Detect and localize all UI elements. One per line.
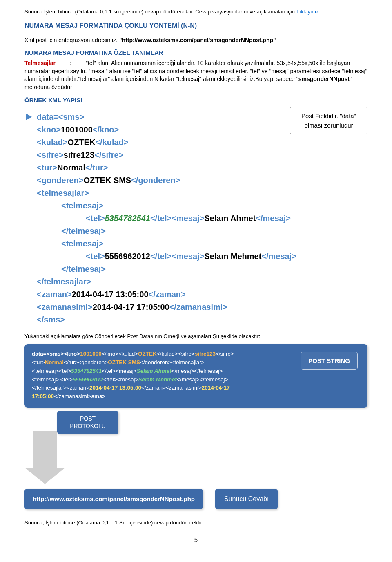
def-bold: smsgonderNNpost [298,76,350,82]
xml: <kulad> [37,138,68,147]
xml: </kno> [93,125,119,134]
p: 5556962012 [73,376,103,383]
p: OZTEK SMS [108,359,140,365]
note-line: Yukarıdaki açıklamalara göre Gönderilece… [24,333,368,340]
p: sms> [91,393,106,399]
xml: </tel> [150,252,172,261]
xml-example: Post Fieldidir. "data" olması zorunludur… [37,111,368,326]
p: </kno><kulad> [102,351,138,357]
xml: <tel> [86,214,105,223]
p: </telmesajlar><zaman> [32,385,89,391]
xml: </telmesaj> [61,264,106,273]
p: </zamanasimi> [54,393,91,399]
arrow-icon [26,114,32,120]
xml: </gonderen> [131,176,180,185]
xml: <zamanasimi> [37,302,93,311]
xml: <tur> [37,163,57,172]
xml: <telmesajlar> [37,188,89,197]
xml: Normal [57,163,85,172]
xml: </zamanasimi> [169,302,227,311]
xml: <telmesaj> [61,201,103,210]
xml: 5556962012 [105,252,150,261]
post-string-box: POST STRING data=<sms><kno>1001000</kno>… [24,344,368,408]
post-proto-l1: POST [57,415,118,422]
p: 2014-04-17 13:05:00 [89,385,141,391]
p: </mesaj></telmesaj> [172,368,223,374]
xml: </telmesaj> [61,226,106,235]
p: OZTEK [138,351,157,357]
heading-defs: NUMARA MESAJ FORMATINA ÖZEL TANIMLAR [24,48,368,57]
xml: OZTEK SMS [83,176,131,185]
p: Selam Ahmet [137,368,172,374]
xml: </tur> [85,163,108,172]
server-reply-box: Sunucu Cevabı [215,489,278,509]
definition-block: Telmesajlar : "tel" alanı Alıcı numarası… [24,59,368,91]
xml: 5354782541 [105,214,150,223]
xml: <kno> [37,125,61,134]
p: 1001000 [80,351,102,357]
xml: <tel> [86,252,105,261]
p: </gonderen><telmesajlar> [140,359,205,365]
def-sep: : [70,60,71,66]
p: 17:05:00 [32,393,54,399]
p: </tur><gonderen> [64,359,108,365]
xml: Selam Mehmet [204,252,261,261]
xml: </mesaj> [261,252,296,261]
post-string-label: POST STRING [301,352,358,370]
p: </tel><mesaj> [102,368,137,374]
xml: OZTEK [68,138,96,147]
callout-l2: olması zorunludur [295,121,362,130]
p: 2014-04-17 [202,385,230,391]
page-number: ~ 5 ~ [24,535,368,544]
xml: </telmesajlar> [37,277,91,286]
p: </tel><mesaj> [103,376,138,383]
integration-text: Xml post için entegrasyon adresimiz. [24,37,119,43]
xml: 2014-04-17 13:05:00 [72,290,149,299]
p: </zaman><zamanasimi> [141,385,202,391]
post-proto-l2: PROTOKOLÜ [57,422,118,430]
xml: <sifre> [37,150,64,159]
p: <telmesaj> <tel> [32,376,73,383]
xml: </tel> [150,214,172,223]
p: Normal [45,359,64,365]
xml: sifre123 [64,150,95,159]
down-arrow-icon [33,431,368,484]
integration-line: Xml post için entegrasyon adresimiz. "ht… [24,36,368,45]
xml: <telmesaj> [61,239,103,248]
callout-l1: Post Fieldidir. "data" [295,111,362,121]
xml: </sms> [37,315,65,324]
xml: </zaman> [149,290,186,299]
p: </mesaj></telmesaj> [177,376,228,383]
p: data=<sms><kno> [32,351,80,357]
p: </kulad><sifre> [157,351,195,357]
xml: <mesaj> [172,214,204,223]
xml: 2014-04-17 17:05:00 [93,302,169,311]
xml: </sifre> [94,150,123,159]
xml: 1001000 [61,125,93,134]
integration-url: "http://www.ozteksms.com/panel/smsgonder… [119,37,276,43]
intro-text: Sunucu İşlem bitince (Ortalama 0,1 1 sn … [24,9,296,15]
p: sifre123 [195,351,216,357]
xml: </mesaj> [256,214,291,223]
def-label: Telmesajlar [24,60,56,66]
example-heading: ÖRNEK XML YAPISI [24,96,368,104]
xml: <gonderen> [37,176,83,185]
intro-link[interactable]: Tıklayınız [296,9,319,15]
xml: <zaman> [37,290,72,299]
callout-box: Post Fieldidir. "data" olması zorunludur [290,107,368,135]
p: <telmesaj><tel> [32,368,71,374]
p: </sifre> [216,351,234,357]
footer-line: Sunucu; İşlem bitince (Ortalama 0,1 – 1 … [24,519,368,526]
xml: data=<sms> [37,112,84,121]
p: 5354782541 [71,368,102,374]
xml: </kulad> [95,138,128,147]
xml: <mesaj> [172,252,204,261]
endpoint-url-box: http://www.ozteksms.com/panel/smsgonderN… [24,489,203,509]
heading-format: NUMARA MESAJ FORMATINDA ÇOKLU YÖNTEMİ (N… [24,21,368,30]
p: Selam Mehmet [138,376,177,383]
xml: Selam Ahmet [204,214,256,223]
intro-line: Sunucu İşlem bitince (Ortalama 0,1 1 sn … [24,8,368,16]
bottom-row: http://www.ozteksms.com/panel/smsgonderN… [24,489,368,509]
p: <tur> [32,359,45,365]
